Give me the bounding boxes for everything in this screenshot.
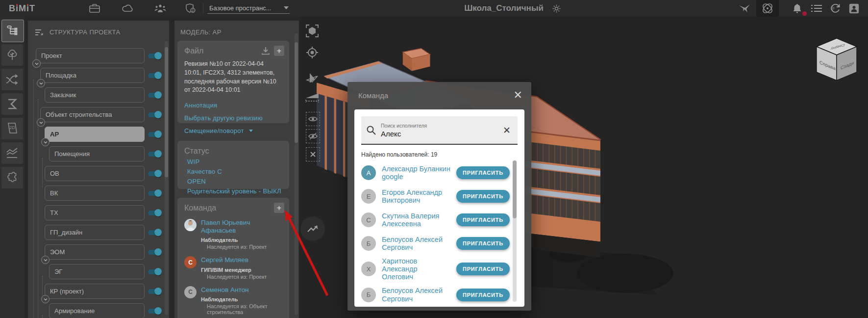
orbit-mode-button[interactable] <box>756 0 779 17</box>
measure-tool[interactable] <box>305 90 320 105</box>
sync-history-icon[interactable]: 10 <box>827 2 843 15</box>
status-card-title: Статус <box>184 147 283 156</box>
workspace-select-value: Базовое пространс... <box>209 4 271 12</box>
tasks-list-icon[interactable] <box>808 2 825 15</box>
revision-description: Ревизия №10 от 2022-04-04 10:01, IFC2X3,… <box>184 60 280 95</box>
visibility-toggle[interactable] <box>148 53 161 58</box>
tab-2d-drawings[interactable]: 2D <box>1 118 23 139</box>
modal-close-icon[interactable]: ✕ <box>514 90 522 101</box>
show-selected-tool[interactable] <box>306 112 320 126</box>
invite-button[interactable]: ПРИГЛАСИТЬ <box>456 213 510 226</box>
invite-button[interactable]: ПРИГЛАСИТЬ <box>456 237 510 250</box>
tree-item[interactable]: КР (проект) <box>45 284 145 299</box>
fly-mode-icon[interactable] <box>736 2 753 15</box>
projects-briefcase-icon[interactable] <box>86 2 103 15</box>
visibility-toggle[interactable] <box>148 230 161 235</box>
app-logo[interactable]: BiMiT <box>9 3 35 14</box>
member-name[interactable]: Павел Юрьевич Афанасьев <box>201 219 283 234</box>
expand-toggle-icon[interactable] <box>37 118 45 127</box>
hide-selected-tool[interactable] <box>306 129 320 143</box>
visibility-toggle[interactable] <box>148 250 161 255</box>
annotation-link[interactable]: Аннотация <box>184 102 283 109</box>
tree-item[interactable]: ВК <box>45 186 145 201</box>
shield-status-icon[interactable] <box>182 2 199 15</box>
structure-scrollbar[interactable] <box>165 41 168 315</box>
tree-item[interactable]: ТХ <box>45 205 145 220</box>
visibility-toggle[interactable] <box>148 73 161 78</box>
tree-item[interactable]: АР <box>45 127 145 142</box>
user-name[interactable]: Александр Буланкин google <box>382 165 450 181</box>
visibility-toggle[interactable] <box>148 93 161 98</box>
expand-toggle-icon[interactable] <box>41 138 50 146</box>
expand-toggle-icon[interactable] <box>32 59 41 68</box>
visibility-toggle[interactable] <box>148 269 161 274</box>
add-team-member-button[interactable]: + <box>274 203 284 213</box>
team-users-icon[interactable] <box>152 2 169 15</box>
tab-environment[interactable] <box>1 44 23 66</box>
invite-button[interactable]: ПРИГЛАСИТЬ <box>456 289 510 301</box>
tab-plugins[interactable] <box>1 167 23 188</box>
visibility-toggle[interactable] <box>148 171 161 176</box>
invite-button[interactable]: ПРИГЛАСИТЬ <box>456 263 510 275</box>
search-input[interactable] <box>381 130 496 138</box>
choose-revision-link[interactable]: Выбрать другую ревизию <box>184 114 283 122</box>
visibility-toggle[interactable] <box>148 152 161 157</box>
section-plane-tool[interactable] <box>305 72 320 86</box>
expand-toggle-icon[interactable] <box>41 256 50 264</box>
status-link[interactable]: WIP <box>184 158 283 165</box>
delete-selected-tool[interactable] <box>306 147 320 161</box>
expand-toggle-icon[interactable] <box>37 79 45 87</box>
workspace-select[interactable]: Базовое пространс... <box>207 3 290 14</box>
user-name[interactable]: Харитонов Александр Олегович <box>382 257 450 281</box>
user-name[interactable]: Белоусов Алексей Сергович <box>382 236 450 251</box>
tree-item[interactable]: ЭГ <box>49 264 145 279</box>
clear-search-icon[interactable]: ✕ <box>501 125 513 136</box>
status-link[interactable]: Родительский уровень - ВЫКЛ <box>184 187 283 195</box>
member-name[interactable]: Сергей Миляев <box>201 256 283 264</box>
tree-item[interactable]: Объект строительства <box>40 107 145 122</box>
tree-item[interactable]: ЭОМ <box>45 244 145 260</box>
offset-rotate-link[interactable]: Смещение/поворот <box>184 127 283 134</box>
tree-item[interactable]: Заказчик <box>45 87 145 103</box>
tree-item[interactable]: Армирование <box>49 303 145 318</box>
user-name[interactable]: Белоусов Алексей Сергович <box>382 287 450 302</box>
tree-item[interactable]: ГП_дизайн <box>45 225 145 240</box>
activity-trend-button[interactable] <box>300 216 325 241</box>
visibility-toggle[interactable] <box>148 211 161 215</box>
structure-sort-icon[interactable] <box>35 29 44 36</box>
modal-scrollbar[interactable] <box>513 160 517 302</box>
visibility-toggle[interactable] <box>148 309 161 314</box>
nav-cube[interactable]: Сверху Справа Сзади <box>814 35 863 84</box>
user-name[interactable]: Егоров Александр Викторович <box>382 188 450 204</box>
visibility-toggle[interactable] <box>148 191 161 196</box>
invite-button[interactable]: ПРИГЛАСИТЬ <box>456 166 510 179</box>
status-link[interactable]: OPEN <box>184 178 283 185</box>
select-focus-tool[interactable] <box>305 24 320 38</box>
visibility-toggle[interactable] <box>148 289 161 294</box>
invite-button[interactable]: ПРИГЛАСИТЬ <box>456 190 510 203</box>
tab-charts[interactable] <box>1 142 23 164</box>
expand-toggle-icon[interactable] <box>41 295 50 303</box>
locate-target-tool[interactable] <box>305 45 320 60</box>
tab-sum-reports[interactable] <box>1 93 23 115</box>
visibility-toggle[interactable] <box>148 112 161 117</box>
tree-item[interactable]: Проект <box>36 48 145 63</box>
project-settings-gear-icon[interactable] <box>548 2 565 15</box>
tab-project-structure[interactable] <box>1 20 24 42</box>
user-name[interactable]: Скутина Валерия Алексеевна <box>382 212 450 228</box>
download-icon[interactable] <box>261 47 270 55</box>
search-field[interactable]: Поиск исполнителя ✕ <box>361 116 518 145</box>
add-revision-button[interactable]: + <box>274 46 284 56</box>
tree-item[interactable]: Площадка <box>40 68 145 83</box>
tree-item[interactable]: Помещения <box>49 146 145 161</box>
profile-avatar-icon[interactable] <box>845 2 862 15</box>
model-scrollbar[interactable] <box>295 33 298 315</box>
member-name[interactable]: Семенов Антон <box>201 286 283 294</box>
status-link[interactable]: Качество С <box>184 168 283 175</box>
cloud-icon[interactable] <box>120 2 136 15</box>
visibility-toggle[interactable] <box>148 132 161 137</box>
tree-item[interactable]: ОВ <box>45 166 145 181</box>
tab-clash-connections[interactable] <box>1 69 23 90</box>
tree-item-label: Помещения <box>54 150 90 158</box>
notifications-bell-icon[interactable] <box>789 2 805 15</box>
